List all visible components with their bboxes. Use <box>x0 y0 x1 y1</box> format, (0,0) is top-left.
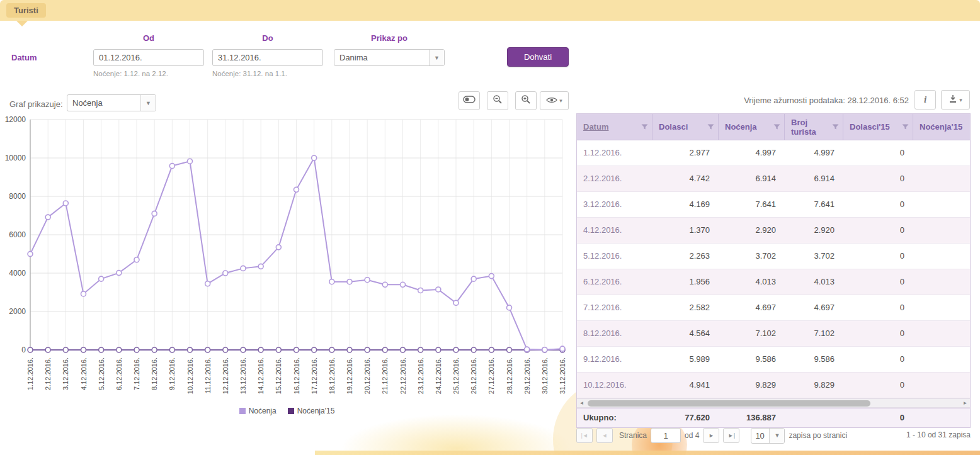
filter-icon[interactable] <box>641 123 649 131</box>
legend-item[interactable]: Noćenja <box>239 407 276 415</box>
table-row[interactable]: 1.12.2016.2.9774.9974.9970 <box>577 140 971 166</box>
table-cell: 0 <box>843 166 913 191</box>
table-cell: 4.013 <box>785 269 843 295</box>
filter-icon[interactable] <box>773 123 781 131</box>
table-cell: 9.586 <box>785 347 843 372</box>
do-date-field <box>212 49 323 66</box>
first-page-button[interactable]: |◄ <box>576 428 593 443</box>
graf-prikazuje-label: Graf prikazuje: <box>9 99 63 109</box>
svg-text:12000: 12000 <box>5 115 26 124</box>
svg-text:31.12.2016.: 31.12.2016. <box>559 357 566 394</box>
chevron-down-icon[interactable]: ▼ <box>769 429 784 443</box>
table-cell: 2.582 <box>652 295 719 320</box>
table-cell: 5.12.2016. <box>577 244 652 269</box>
zoom-in-icon <box>521 94 531 107</box>
table-cell <box>913 218 971 243</box>
zoom-out-button[interactable] <box>487 91 508 110</box>
table-cell <box>913 192 971 217</box>
filter-icon[interactable] <box>707 123 715 131</box>
line-chart[interactable]: 0200040006000800010000120001.12.2016.2.1… <box>5 115 569 399</box>
total-value: 136.887 <box>719 408 785 427</box>
table-row[interactable]: 8.12.2016.4.5647.1027.1020 <box>577 321 971 347</box>
od-date-input[interactable] <box>94 50 204 65</box>
column-header[interactable]: Datum <box>577 114 652 140</box>
per-page-value: 10 <box>751 429 769 443</box>
svg-text:9.12.2016.: 9.12.2016. <box>168 357 176 390</box>
zoom-in-button[interactable] <box>515 91 537 110</box>
table-cell: 3.702 <box>785 244 843 269</box>
table-row[interactable]: 7.12.2016.2.5824.6974.6970 <box>577 295 971 321</box>
legend-item[interactable]: Noćenja'15 <box>288 407 335 415</box>
table-cell <box>913 347 971 372</box>
datum-label: Datum <box>11 53 37 62</box>
prev-page-button[interactable]: ◄ <box>596 428 613 443</box>
table-row[interactable]: 6.12.2016.1.9564.0134.0130 <box>577 269 971 295</box>
graf-prikazuje-dropdown[interactable]: Noćenja ▼ <box>67 94 156 111</box>
table-row[interactable]: 9.12.2016.5.9899.5869.5860 <box>577 347 971 373</box>
column-header-label[interactable]: Dolasci'15 <box>850 122 890 132</box>
table-cell: 5.989 <box>652 347 719 372</box>
column-header-label[interactable]: Datum <box>583 122 608 132</box>
table-row[interactable]: 4.12.2016.1.3702.9202.9200 <box>577 218 971 244</box>
svg-text:14.12.2016.: 14.12.2016. <box>257 357 265 394</box>
table-cell: 4.564 <box>652 321 719 346</box>
svg-text:20.12.2016.: 20.12.2016. <box>363 357 371 394</box>
table-cell: 4.742 <box>652 166 719 191</box>
column-header-label[interactable]: Dolasci <box>659 122 688 132</box>
chevron-down-icon[interactable]: ▼ <box>140 95 156 111</box>
chart-visibility-button[interactable]: ▾ <box>540 91 569 110</box>
table-cell: 4.941 <box>652 373 719 398</box>
filter-icon[interactable] <box>831 123 840 131</box>
dohvati-button[interactable]: Dohvati <box>507 47 569 67</box>
per-page-dropdown[interactable]: 10 ▼ <box>751 428 785 444</box>
graf-prikazuje-value: Noćenja <box>67 95 140 111</box>
next-page-button[interactable]: ► <box>703 428 719 443</box>
table-cell: 2.12.2016. <box>577 166 652 191</box>
svg-text:28.12.2016.: 28.12.2016. <box>506 357 513 394</box>
table-row[interactable]: 5.12.2016.2.2633.7023.7020 <box>577 244 971 269</box>
tab-turisti[interactable]: Turisti <box>6 3 46 18</box>
table-cell: 3.12.2016. <box>577 192 652 217</box>
download-icon <box>949 94 957 106</box>
table-cell: 4.997 <box>785 140 843 166</box>
svg-text:18.12.2016.: 18.12.2016. <box>328 357 336 394</box>
svg-text:24.12.2016.: 24.12.2016. <box>435 357 442 394</box>
page-number-input[interactable] <box>651 428 681 443</box>
table-row[interactable]: 2.12.2016.4.7426.9146.9140 <box>577 166 971 192</box>
column-header[interactable]: Noćenja <box>719 114 785 140</box>
table-row[interactable]: 10.12.2016.4.9419.8299.8290 <box>577 373 971 398</box>
table-cell: 4.12.2016. <box>577 218 652 243</box>
table-cell: 2.263 <box>652 244 719 269</box>
last-page-button[interactable]: ►| <box>723 428 739 443</box>
prikaz-po-label: Prikaz po <box>334 33 445 43</box>
filter-icon[interactable] <box>901 123 909 131</box>
scroll-right-icon[interactable]: ► <box>960 399 970 407</box>
table-row[interactable]: 3.12.2016.4.1697.6417.6410 <box>577 192 971 218</box>
column-header[interactable]: Broj turista <box>785 114 843 140</box>
info-button[interactable]: i <box>914 90 936 110</box>
record-range-label: 1 - 10 od 31 zapisa <box>906 430 971 439</box>
table-cell: 6.12.2016. <box>577 269 652 295</box>
column-header[interactable]: Dolasci <box>652 114 719 140</box>
column-header-label[interactable]: Noćenja <box>725 122 757 132</box>
chevron-down-icon[interactable]: ▼ <box>429 50 444 65</box>
column-header[interactable]: Dolasci'15 <box>843 114 913 140</box>
scroll-left-icon[interactable]: ◄ <box>577 399 586 407</box>
do-date-input[interactable] <box>213 50 323 65</box>
svg-text:2.12.2016.: 2.12.2016. <box>44 357 52 390</box>
prikaz-po-dropdown[interactable]: Danima ▼ <box>334 49 445 66</box>
table-cell <box>913 166 971 191</box>
table-cell: 7.641 <box>719 192 785 217</box>
column-header[interactable]: Noćenja'15 <box>913 114 971 140</box>
svg-text:30.12.2016.: 30.12.2016. <box>541 357 549 394</box>
horizontal-scrollbar[interactable]: ◄ ► <box>577 398 970 408</box>
svg-text:3.12.2016.: 3.12.2016. <box>62 357 69 390</box>
export-button[interactable]: ▾ <box>941 90 970 110</box>
column-header-label[interactable]: Noćenja'15 <box>920 122 962 132</box>
table-cell: 2.920 <box>719 218 785 243</box>
legend-label: Noćenja'15 <box>297 407 335 415</box>
column-header-label[interactable]: Broj turista <box>791 118 831 137</box>
table-cell: 8.12.2016. <box>577 321 652 346</box>
chart-toggle-button[interactable] <box>459 91 480 110</box>
scrollbar-thumb[interactable] <box>588 400 870 407</box>
